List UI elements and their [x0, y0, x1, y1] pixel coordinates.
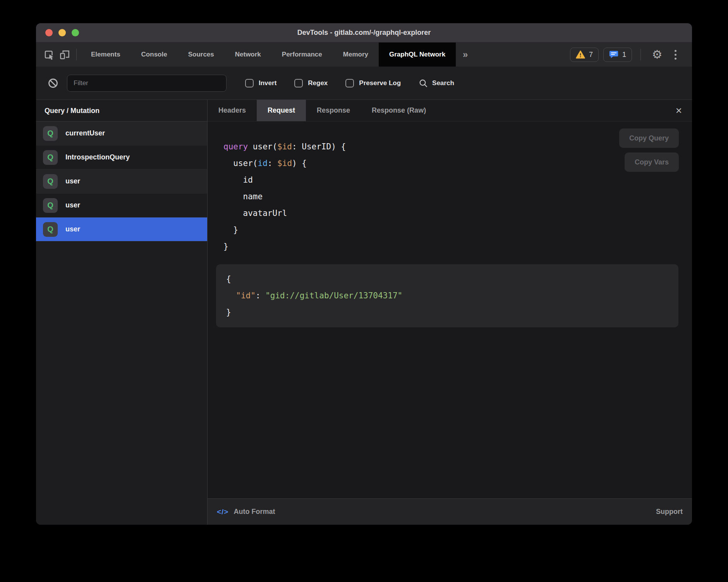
checkbox-box[interactable] [245, 79, 254, 87]
checkbox-label: Preserve Log [359, 79, 401, 87]
request-name: currentUser [65, 129, 105, 137]
code-line: } [223, 222, 692, 238]
request-list-item-introspectionquery-1[interactable]: QIntrospectionQuery [36, 146, 207, 169]
panel-tabs-host: HeadersRequestResponseResponse (Raw) [208, 100, 437, 121]
toolbar-separator [76, 49, 77, 60]
devtools-tabs: ElementsConsoleSourcesNetworkPerformance… [81, 43, 456, 67]
code-line: { [226, 271, 668, 288]
devtools-tab-graphql-network[interactable]: GraphQL Network [379, 43, 456, 67]
devtools-tab-performance[interactable]: Performance [271, 43, 333, 67]
traffic-lights [45, 23, 79, 42]
checkbox-label: Invert [259, 79, 276, 87]
warnings-badge[interactable]: 7 [570, 48, 599, 62]
code-line: name [223, 188, 692, 205]
query-type-badge: Q [43, 150, 58, 165]
auto-format-button[interactable]: </> Auto Format [217, 508, 275, 516]
request-list-item-user-2[interactable]: Quser [36, 169, 207, 193]
devtools-tab-network[interactable]: Network [225, 43, 271, 67]
minimize-window-button[interactable] [58, 29, 66, 36]
support-link[interactable]: Support [656, 508, 683, 516]
panel-footer: </> Auto Format Support [208, 498, 692, 525]
sidebar-header: Query / Mutation [36, 100, 207, 122]
checkbox-box[interactable] [345, 79, 354, 87]
panel-tab-headers[interactable]: Headers [208, 100, 257, 121]
devtools-tab-memory[interactable]: Memory [333, 43, 379, 67]
filter-input[interactable] [67, 75, 227, 92]
issues-badge[interactable]: 1 [603, 48, 632, 62]
code-icon: </> [217, 508, 228, 516]
main-content: Query / Mutation QcurrentUserQIntrospect… [36, 100, 692, 525]
request-tab-content: Copy Query Copy Vars query user($id: Use… [208, 122, 692, 498]
request-name: user [65, 225, 80, 233]
auto-format-label: Auto Format [234, 508, 275, 516]
request-name: user [65, 201, 80, 209]
copy-buttons: Copy Query Copy Vars [619, 128, 679, 172]
detail-panel: HeadersRequestResponseResponse (Raw) × C… [208, 100, 692, 525]
titlebar: DevTools - gitlab.com/-/graphql-explorer [36, 23, 692, 43]
devtools-tab-elements[interactable]: Elements [81, 43, 131, 67]
request-name: IntrospectionQuery [65, 153, 130, 161]
query-type-badge: Q [43, 198, 58, 213]
window-title: DevTools - gitlab.com/-/graphql-explorer [36, 29, 692, 37]
filter-checkboxes: InvertRegexPreserve Log [245, 79, 401, 87]
chat-bubble-icon [609, 50, 618, 59]
checkbox-preserve-log[interactable]: Preserve Log [345, 79, 401, 87]
code-line: id [223, 172, 692, 188]
search-button[interactable]: Search [419, 79, 454, 88]
search-icon [419, 79, 428, 88]
request-list-item-user-3[interactable]: Quser [36, 193, 207, 217]
copy-query-button[interactable]: Copy Query [619, 128, 679, 148]
zoom-window-button[interactable] [72, 29, 79, 36]
query-variables-code: { "id": "gid://gitlab/User/13704317"} [226, 271, 668, 321]
copy-vars-button[interactable]: Copy Vars [625, 152, 679, 172]
warning-icon [576, 50, 585, 59]
close-panel-icon[interactable]: × [666, 105, 692, 116]
more-tabs-chevron[interactable]: » [456, 49, 475, 60]
code-line: } [226, 304, 668, 321]
code-line: avatarUrl [223, 205, 692, 222]
request-list: QcurrentUserQIntrospectionQueryQuserQuse… [36, 122, 207, 241]
query-type-badge: Q [43, 222, 58, 237]
query-type-badge: Q [43, 174, 58, 189]
panel-tab-response[interactable]: Response [306, 100, 361, 121]
toolbar-separator [640, 49, 641, 60]
close-window-button[interactable] [45, 29, 53, 36]
more-options-icon[interactable] [670, 47, 681, 62]
sidebar: Query / Mutation QcurrentUserQIntrospect… [36, 100, 208, 525]
panel-tab-request[interactable]: Request [257, 100, 306, 121]
warning-count: 7 [589, 51, 593, 59]
code-line: } [223, 238, 692, 255]
checkbox-regex[interactable]: Regex [294, 79, 328, 87]
checkbox-box[interactable] [294, 79, 303, 87]
checkbox-label: Regex [308, 79, 328, 87]
clear-filter-icon[interactable] [45, 75, 61, 91]
code-line: "id": "gid://gitlab/User/13704317" [226, 288, 668, 304]
devtools-tab-sources[interactable]: Sources [178, 43, 225, 67]
request-name: user [65, 177, 80, 185]
devtools-tabbar: ElementsConsoleSourcesNetworkPerformance… [36, 43, 692, 67]
request-list-item-user-4[interactable]: Quser [36, 217, 207, 241]
tabbar-right-controls: 7 1 ⚙︎ [570, 47, 692, 62]
inspect-element-icon[interactable] [41, 47, 57, 62]
devtools-window: DevTools - gitlab.com/-/graphql-explorer… [36, 23, 692, 525]
settings-gear-icon[interactable]: ⚙︎ [649, 47, 665, 62]
search-label: Search [432, 79, 454, 87]
issues-count: 1 [622, 51, 626, 59]
panel-tab-response-raw[interactable]: Response (Raw) [361, 100, 437, 121]
panel-tabs: HeadersRequestResponseResponse (Raw) × [208, 100, 692, 122]
checkbox-invert[interactable]: Invert [245, 79, 276, 87]
filterbar: InvertRegexPreserve Log Search [36, 67, 692, 100]
device-toolbar-icon[interactable] [57, 47, 72, 62]
query-type-badge: Q [43, 126, 58, 141]
query-variables-box: { "id": "gid://gitlab/User/13704317"} [216, 264, 678, 327]
request-list-item-currentuser-0[interactable]: QcurrentUser [36, 122, 207, 146]
devtools-tab-console[interactable]: Console [131, 43, 178, 67]
